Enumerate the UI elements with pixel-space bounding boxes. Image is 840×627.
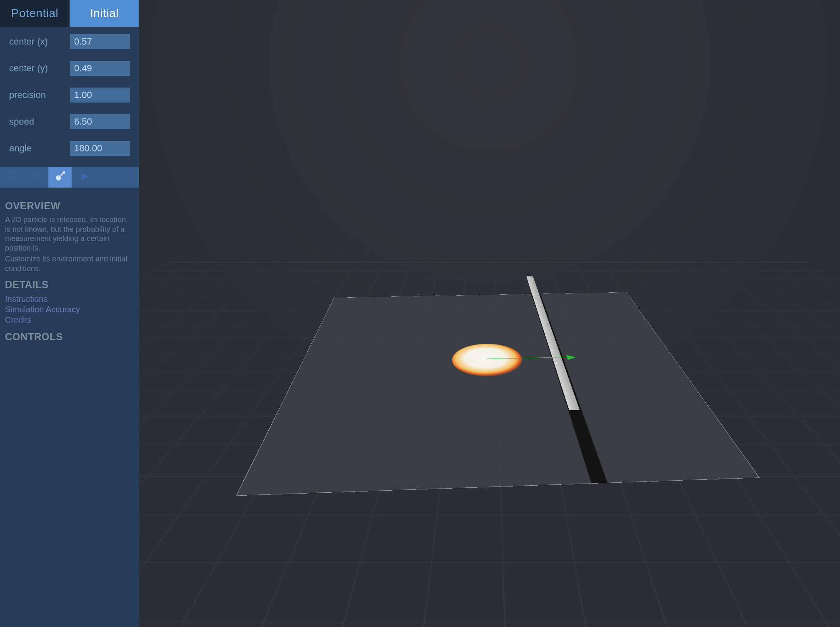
param-precision: precision 1.00 <box>9 88 130 103</box>
overview-heading: OVERVIEW <box>5 200 133 212</box>
overview-text: A 2D particle is released. Its location … <box>5 215 133 253</box>
info-panel: OVERVIEW A 2D particle is released. Its … <box>0 188 139 354</box>
tabs: Potential Initial <box>0 0 139 27</box>
details-heading: DETAILS <box>5 279 133 291</box>
tab-initial[interactable]: Initial <box>70 0 139 27</box>
param-precision-value[interactable]: 1.00 <box>70 88 130 103</box>
param-center-x-value[interactable]: 0.57 <box>70 34 130 49</box>
sidebar: Potential Initial center (x) 0.57 center… <box>0 0 139 627</box>
svg-point-2 <box>56 176 61 181</box>
param-label: speed <box>9 116 62 127</box>
momentum-icon <box>54 170 66 184</box>
tab-potential[interactable]: Potential <box>0 0 70 27</box>
link-credits[interactable]: Credits <box>5 315 133 325</box>
param-speed-value[interactable]: 6.50 <box>70 114 130 129</box>
params-panel: center (x) 0.57 center (y) 0.49 precisio… <box>0 27 139 159</box>
toolbar <box>0 167 139 188</box>
reticle-icon <box>30 170 42 184</box>
controls-heading: CONTROLS <box>5 331 133 343</box>
param-angle: angle 180.00 <box>9 141 130 156</box>
param-label: angle <box>9 143 62 154</box>
reset-icon <box>5 170 18 184</box>
momentum-arrowhead-icon <box>566 355 577 360</box>
param-label: precision <box>9 90 62 100</box>
param-label: center (y) <box>9 63 62 74</box>
param-center-y: center (y) 0.49 <box>9 61 130 76</box>
tool-center-view[interactable] <box>24 167 48 188</box>
overview-text: Customize its environment and initial co… <box>5 254 133 273</box>
param-center-x: center (x) 0.57 <box>9 34 130 49</box>
tool-momentum[interactable] <box>48 167 72 188</box>
param-label: center (x) <box>9 36 62 47</box>
viewport-3d[interactable] <box>139 0 840 627</box>
play-icon <box>78 170 90 184</box>
param-angle-value[interactable]: 180.00 <box>70 141 130 156</box>
tool-play[interactable] <box>72 167 96 188</box>
param-center-y-value[interactable]: 0.49 <box>70 61 130 76</box>
link-instructions[interactable]: Instructions <box>5 294 133 304</box>
tool-reset[interactable] <box>0 167 23 188</box>
svg-point-1 <box>35 176 37 177</box>
link-simulation-accuracy[interactable]: Simulation Accuracy <box>5 304 133 315</box>
param-speed: speed 6.50 <box>9 114 130 129</box>
